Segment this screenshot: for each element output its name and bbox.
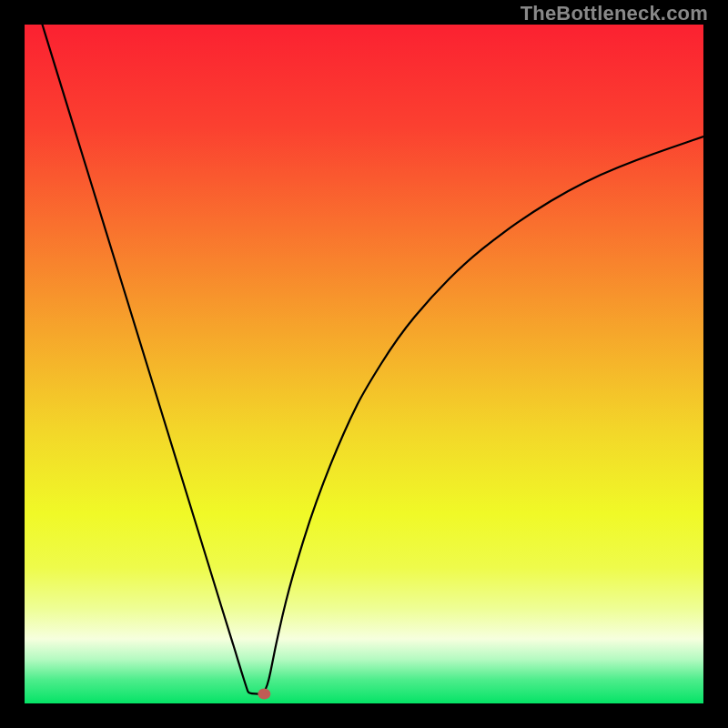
chart-background [25, 25, 703, 703]
chart-frame: TheBottleneck.com [0, 0, 728, 728]
watermark-text: TheBottleneck.com [521, 2, 708, 25]
minimum-marker [258, 689, 270, 700]
plot-area [25, 25, 703, 703]
chart-svg [25, 25, 703, 703]
